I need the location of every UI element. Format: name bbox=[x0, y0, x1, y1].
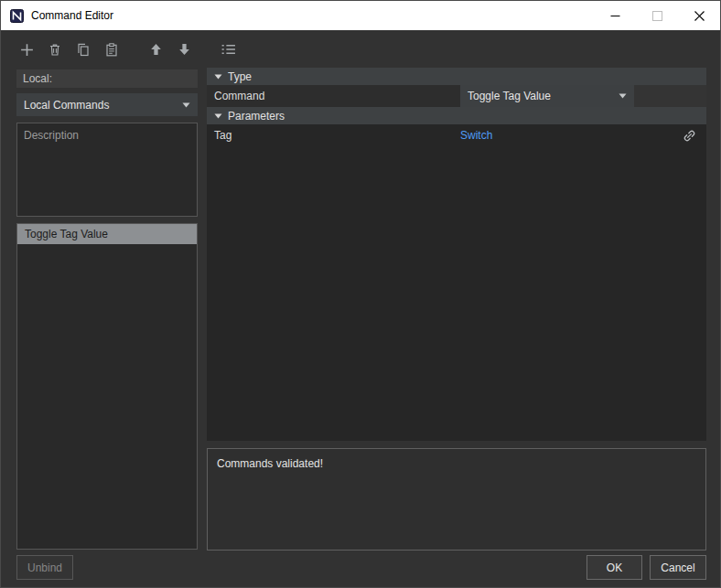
copy-icon bbox=[76, 42, 91, 58]
paste-icon bbox=[104, 42, 119, 58]
collapse-triangle-icon bbox=[214, 113, 222, 119]
parameter-row: Tag Switch bbox=[207, 124, 706, 146]
parameters-section-title: Parameters bbox=[228, 110, 285, 123]
description-input[interactable] bbox=[16, 123, 198, 217]
command-row-filler bbox=[634, 85, 706, 107]
parameters-table: Tag Switch bbox=[207, 124, 706, 441]
app-icon bbox=[9, 8, 24, 23]
parameters-section-header[interactable]: Parameters bbox=[207, 107, 706, 124]
command-row: Command Toggle Tag Value bbox=[207, 85, 706, 107]
command-label: Command bbox=[207, 85, 460, 107]
toolbar bbox=[16, 36, 238, 63]
collapse-triangle-icon bbox=[214, 74, 222, 80]
maximize-button[interactable] bbox=[636, 1, 678, 30]
list-item[interactable]: Toggle Tag Value bbox=[17, 224, 197, 244]
arrow-down-icon bbox=[178, 42, 191, 57]
move-down-button[interactable] bbox=[174, 38, 194, 60]
command-scope-dropdown[interactable]: Local Commands bbox=[16, 93, 198, 116]
minimize-button[interactable] bbox=[594, 1, 636, 30]
delete-button[interactable] bbox=[45, 38, 65, 60]
command-type-value: Toggle Tag Value bbox=[468, 90, 551, 102]
left-panel: Local: Local Commands Toggle Tag Value bbox=[16, 68, 198, 551]
list-button[interactable] bbox=[218, 38, 238, 60]
move-up-button[interactable] bbox=[145, 38, 166, 60]
ok-button[interactable]: OK bbox=[586, 555, 642, 580]
right-panel: Type Command Toggle Tag Value Parameters… bbox=[207, 68, 706, 551]
command-editor-window: Command Editor bbox=[0, 0, 721, 588]
parameter-value-link[interactable]: Switch bbox=[460, 129, 492, 142]
arrow-up-icon bbox=[149, 42, 163, 57]
list-icon bbox=[221, 42, 236, 57]
title-bar: Command Editor bbox=[1, 1, 720, 30]
validation-message: Commands validated! bbox=[217, 457, 323, 470]
add-button[interactable] bbox=[16, 38, 37, 60]
command-list[interactable]: Toggle Tag Value bbox=[16, 223, 198, 550]
scope-label: Local: bbox=[16, 69, 198, 88]
chevron-down-icon bbox=[619, 93, 627, 99]
window-controls bbox=[594, 1, 720, 30]
copy-button[interactable] bbox=[73, 38, 93, 60]
parameter-name: Tag bbox=[207, 129, 460, 142]
paste-button[interactable] bbox=[102, 38, 122, 60]
chevron-down-icon bbox=[182, 102, 190, 108]
command-scope-value: Local Commands bbox=[24, 99, 109, 112]
command-type-dropdown[interactable]: Toggle Tag Value bbox=[460, 85, 634, 107]
cancel-button[interactable]: Cancel bbox=[650, 555, 706, 580]
type-section-header[interactable]: Type bbox=[207, 68, 706, 85]
close-button[interactable] bbox=[678, 1, 720, 30]
tag-link-icon[interactable] bbox=[682, 128, 697, 144]
unbind-button[interactable]: Unbind bbox=[16, 555, 73, 580]
trash-icon bbox=[48, 42, 62, 58]
plus-icon bbox=[19, 42, 35, 58]
window-title: Command Editor bbox=[31, 9, 113, 22]
validation-message-panel: Commands validated! bbox=[207, 448, 706, 551]
type-section-title: Type bbox=[228, 70, 252, 83]
